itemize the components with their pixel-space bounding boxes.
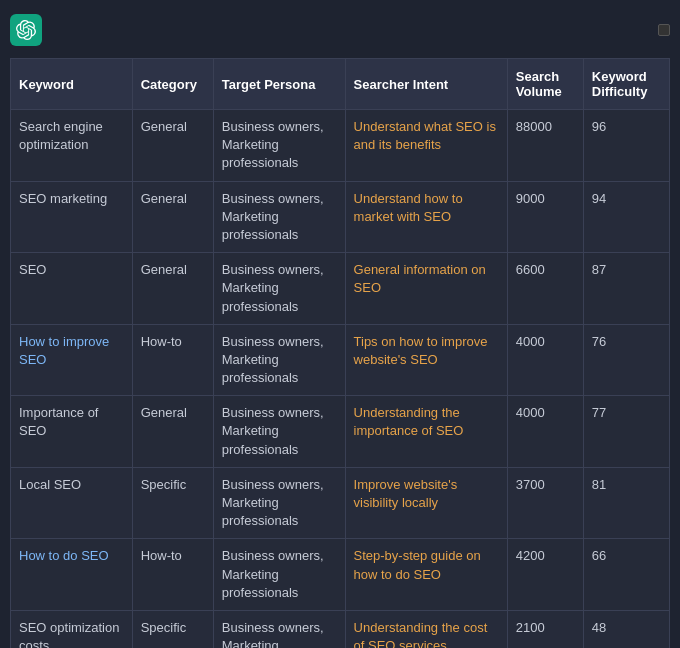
cell-keyword: Importance of SEO	[11, 396, 133, 468]
col-header-keyword-difficulty: Keyword Difficulty	[583, 59, 669, 110]
cell-target-persona: Business owners, Marketing professionals	[213, 396, 345, 468]
cell-searcher-intent: Step-by-step guide on how to do SEO	[345, 539, 507, 611]
cell-searcher-intent: Understanding the cost of SEO services	[345, 610, 507, 648]
cell-search-volume: 9000	[507, 181, 583, 253]
table-row: SEO marketing General Business owners, M…	[11, 181, 670, 253]
cell-target-persona: Business owners, Marketing professionals	[213, 253, 345, 325]
cell-target-persona: Business owners, Marketing professionals	[213, 610, 345, 648]
cell-category: How-to	[132, 324, 213, 396]
cell-category: General	[132, 253, 213, 325]
cell-keyword-difficulty: 76	[583, 324, 669, 396]
cell-search-volume: 4000	[507, 396, 583, 468]
cell-keyword: How to improve SEO	[11, 324, 133, 396]
cell-category: General	[132, 181, 213, 253]
cell-keyword: Search engine optimization	[11, 110, 133, 182]
cell-searcher-intent: Understanding the importance of SEO	[345, 396, 507, 468]
table-row: SEO optimization costs Specific Business…	[11, 610, 670, 648]
cell-target-persona: Business owners, Marketing professionals	[213, 324, 345, 396]
col-header-searcher-intent: Searcher Intent	[345, 59, 507, 110]
cell-keyword: Local SEO	[11, 467, 133, 539]
table-row: SEO General Business owners, Marketing p…	[11, 253, 670, 325]
cell-keyword-difficulty: 77	[583, 396, 669, 468]
cell-keyword: How to do SEO	[11, 539, 133, 611]
header-row: Keyword Category Target Persona Searcher…	[11, 59, 670, 110]
cell-search-volume: 4000	[507, 324, 583, 396]
cell-searcher-intent: Improve website's visibility locally	[345, 467, 507, 539]
col-header-category: Category	[132, 59, 213, 110]
cell-keyword-difficulty: 87	[583, 253, 669, 325]
top-bar	[10, 10, 670, 50]
table-row: Local SEO Specific Business owners, Mark…	[11, 467, 670, 539]
cell-searcher-intent: Tips on how to improve website's SEO	[345, 324, 507, 396]
col-header-keyword: Keyword	[11, 59, 133, 110]
cell-keyword-difficulty: 96	[583, 110, 669, 182]
cell-category: Specific	[132, 610, 213, 648]
app-logo	[10, 14, 42, 46]
table-header: Keyword Category Target Persona Searcher…	[11, 59, 670, 110]
table-row: Search engine optimization General Busin…	[11, 110, 670, 182]
cell-category: General	[132, 396, 213, 468]
cell-search-volume: 2100	[507, 610, 583, 648]
cell-searcher-intent: Understand what SEO is and its benefits	[345, 110, 507, 182]
cell-keyword: SEO optimization costs	[11, 610, 133, 648]
window-controls	[658, 24, 670, 36]
cell-target-persona: Business owners, Marketing professionals	[213, 539, 345, 611]
cell-category: General	[132, 110, 213, 182]
cell-category: How-to	[132, 539, 213, 611]
table-row: How to do SEO How-to Business owners, Ma…	[11, 539, 670, 611]
app-container: Keyword Category Target Persona Searcher…	[10, 10, 670, 648]
col-header-target-persona: Target Persona	[213, 59, 345, 110]
cell-search-volume: 6600	[507, 253, 583, 325]
cell-keyword-difficulty: 81	[583, 467, 669, 539]
cell-searcher-intent: Understand how to market with SEO	[345, 181, 507, 253]
table-body: Search engine optimization General Busin…	[11, 110, 670, 649]
cell-target-persona: Business owners, Marketing professionals	[213, 110, 345, 182]
cell-keyword: SEO	[11, 253, 133, 325]
openai-icon	[16, 20, 36, 40]
cell-search-volume: 88000	[507, 110, 583, 182]
table-row: How to improve SEO How-to Business owner…	[11, 324, 670, 396]
col-header-search-volume: Search Volume	[507, 59, 583, 110]
cell-target-persona: Business owners, Marketing professionals	[213, 181, 345, 253]
seo-keywords-table: Keyword Category Target Persona Searcher…	[10, 58, 670, 648]
cell-target-persona: Business owners, Marketing professionals	[213, 467, 345, 539]
cell-keyword-difficulty: 66	[583, 539, 669, 611]
cell-search-volume: 4200	[507, 539, 583, 611]
table-row: Importance of SEO General Business owner…	[11, 396, 670, 468]
cell-category: Specific	[132, 467, 213, 539]
cell-search-volume: 3700	[507, 467, 583, 539]
cell-keyword-difficulty: 48	[583, 610, 669, 648]
window-btn	[658, 24, 670, 36]
cell-keyword: SEO marketing	[11, 181, 133, 253]
cell-searcher-intent: General information on SEO	[345, 253, 507, 325]
cell-keyword-difficulty: 94	[583, 181, 669, 253]
